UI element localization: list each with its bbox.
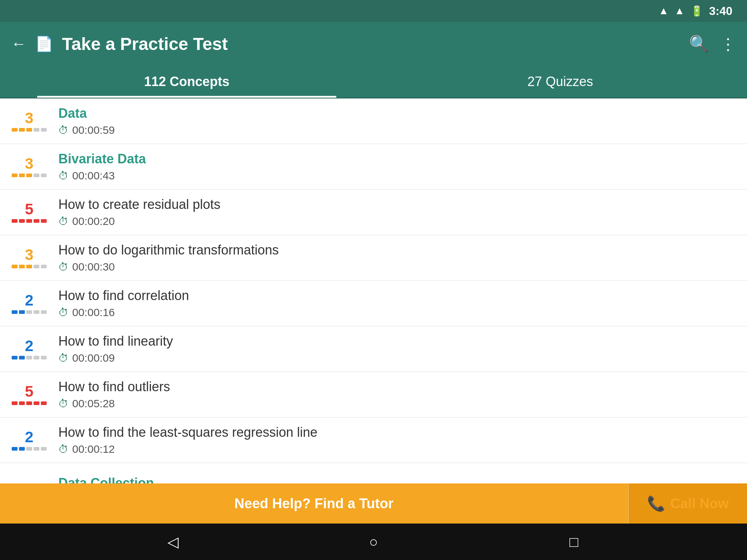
phone-icon: 📞 [647, 495, 665, 512]
concept-name: How to find outliers [58, 379, 736, 394]
concept-details: Data⏱00:00:59 [58, 106, 736, 136]
score-bar [41, 174, 47, 177]
tab-concepts[interactable]: 112 Concepts [0, 66, 374, 98]
score-bar [34, 356, 39, 359]
concept-time: ⏱00:00:43 [58, 170, 736, 182]
search-button[interactable]: 🔍 [689, 34, 709, 53]
score-bar [26, 356, 32, 359]
score-bar [34, 128, 39, 132]
clock-icon: ⏱ [58, 261, 69, 273]
list-item[interactable]: 5How to create residual plots⏱00:00:20 [0, 190, 747, 235]
score-block: 5 [11, 202, 47, 223]
list-item[interactable]: 3Bivariate Data⏱00:00:43 [0, 144, 747, 190]
score-bar [41, 219, 47, 223]
concept-details: How to do logarithmic transformations⏱00… [58, 242, 736, 273]
score-bar [41, 128, 47, 132]
time-value: 00:00:09 [72, 352, 115, 364]
score-block: 2 [11, 429, 47, 451]
score-bar [12, 265, 18, 268]
status-time: 3:40 [709, 4, 732, 18]
call-now-button[interactable]: 📞 Call Now [628, 483, 747, 524]
score-bar [34, 401, 39, 405]
score-bar [12, 356, 18, 359]
score-bar [26, 401, 32, 405]
score-bar [19, 219, 25, 223]
list-item[interactable]: 2How to find linearity⏱00:00:09 [0, 326, 747, 372]
score-bar [41, 401, 47, 405]
score-bar [34, 265, 39, 268]
score-block: 3 [11, 156, 47, 177]
concept-name: How to do logarithmic transformations [58, 242, 736, 258]
nav-recent-button[interactable]: □ [561, 529, 587, 555]
score-bar [12, 174, 18, 177]
back-button[interactable]: ← [11, 35, 26, 52]
concept-details: Bivariate Data⏱00:00:43 [58, 151, 736, 182]
list-item[interactable]: 3Data⏱00:00:59 [0, 98, 747, 144]
concept-details: How to find linearity⏱00:00:09 [58, 334, 736, 364]
score-bars [12, 401, 47, 405]
call-now-label: Call Now [670, 496, 729, 512]
score-bar [19, 265, 25, 268]
concept-time: ⏱00:00:59 [58, 124, 736, 136]
score-bars [12, 128, 47, 132]
status-bar: ▲ ▲ 🔋 3:40 [0, 0, 747, 22]
concept-details: Data Collection [58, 475, 736, 484]
score-bar [12, 447, 18, 451]
score-bar [26, 128, 32, 132]
score-bar [19, 128, 25, 132]
concept-time: ⏱00:00:09 [58, 352, 736, 364]
score-bar [34, 174, 39, 177]
nav-back-button[interactable]: ◁ [160, 529, 186, 555]
concept-name: Data [58, 106, 736, 121]
score-bar [34, 310, 39, 314]
score-bar [41, 265, 47, 268]
score-bar [12, 401, 18, 405]
concept-name: Data Collection [58, 475, 736, 484]
concept-name: Bivariate Data [58, 151, 736, 167]
score-number: 2 [25, 293, 33, 308]
top-bar: ← 📄 Take a Practice Test 🔍 ⋮ [0, 22, 747, 66]
clock-icon: ⏱ [58, 124, 69, 136]
list-item[interactable]: 3How to do logarithmic transformations⏱0… [0, 235, 747, 281]
clock-icon: ⏱ [58, 352, 69, 364]
tab-quizzes[interactable]: 27 Quizzes [374, 66, 747, 98]
bottom-banner: Need Help? Find a Tutor 📞 Call Now [0, 483, 747, 524]
score-bar [34, 219, 39, 223]
concept-name: How to find correlation [58, 288, 736, 303]
concept-name: How to find the least-squares regression… [58, 425, 736, 440]
list-item[interactable]: Data Collection [0, 463, 747, 483]
score-number: 3 [25, 247, 33, 262]
score-block: 5 [11, 384, 47, 405]
score-bar [19, 447, 25, 451]
concept-details: How to find the least-squares regression… [58, 425, 736, 455]
score-block: 2 [11, 293, 47, 314]
score-bar [41, 356, 47, 359]
nav-home-button[interactable]: ○ [361, 529, 386, 555]
list-item[interactable]: 2How to find the least-squares regressio… [0, 417, 747, 463]
score-block: 3 [11, 247, 47, 268]
score-bars [12, 174, 47, 177]
score-bar [19, 401, 25, 405]
nav-bar: ◁ ○ □ [0, 524, 747, 560]
score-bars [12, 310, 47, 314]
score-bar [19, 310, 25, 314]
tabs: 112 Concepts 27 Quizzes [0, 66, 747, 98]
score-number: 5 [25, 202, 33, 217]
signal-icon: ▲ [674, 5, 685, 17]
list-item[interactable]: 5How to find outliers⏱00:05:28 [0, 372, 747, 417]
concept-name: How to find linearity [58, 334, 736, 349]
help-text: Need Help? Find a Tutor [0, 483, 628, 524]
score-number: 5 [25, 384, 33, 399]
time-value: 00:00:43 [72, 170, 115, 182]
score-bar [26, 265, 32, 268]
list-item[interactable]: 2How to find correlation⏱00:00:16 [0, 281, 747, 326]
concept-details: How to find outliers⏱00:05:28 [58, 379, 736, 410]
score-bar [12, 219, 18, 223]
score-bar [34, 447, 39, 451]
time-value: 00:00:30 [72, 261, 115, 273]
score-bar [26, 174, 32, 177]
more-options-button[interactable]: ⋮ [720, 35, 736, 53]
page-title: Take a Practice Test [62, 34, 228, 54]
score-bar [19, 174, 25, 177]
time-value: 00:00:20 [72, 215, 115, 228]
